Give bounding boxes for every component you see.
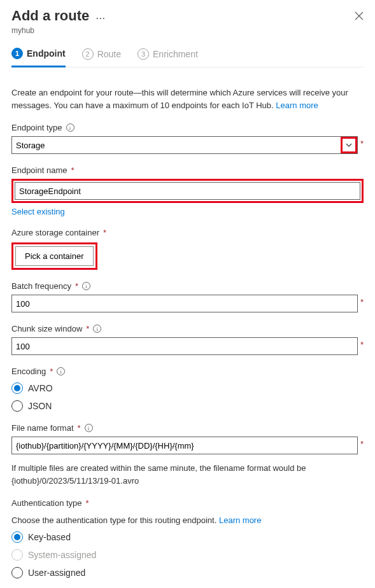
info-icon[interactable]: i <box>93 325 101 333</box>
select-existing-link[interactable]: Select existing <box>11 207 65 216</box>
required-marker: * <box>86 324 89 333</box>
batch-frequency-label: Batch frequency <box>11 281 71 291</box>
auth-key-based-radio[interactable] <box>11 531 23 543</box>
page-title: Add a route <box>11 8 89 24</box>
learn-more-link[interactable]: Learn more <box>276 101 318 110</box>
step-number-icon: 2 <box>82 48 94 60</box>
close-icon[interactable] <box>355 8 364 24</box>
radio-label: System-assigned <box>28 550 96 560</box>
encoding-json-radio[interactable] <box>11 400 23 412</box>
encoding-avro-radio[interactable] <box>11 382 23 394</box>
step-number-icon: 1 <box>11 48 23 59</box>
container-label: Azure storage container <box>11 228 99 237</box>
radio-label: User-assigned <box>28 568 85 578</box>
auth-user-assigned-radio[interactable] <box>11 567 23 578</box>
required-marker: * <box>360 439 364 449</box>
chunk-size-label: Chunk size window <box>11 324 82 333</box>
step-label: Enrichment <box>153 49 198 59</box>
hub-name: myhub <box>11 26 364 35</box>
pick-container-button[interactable]: Pick a container <box>15 246 94 266</box>
required-marker: * <box>71 165 74 175</box>
encoding-label: Encoding <box>11 367 46 376</box>
filename-note: If multiple files are created within the… <box>11 462 364 487</box>
required-marker: * <box>75 281 78 291</box>
info-icon[interactable]: i <box>57 367 65 375</box>
radio-label: Key-based <box>28 532 71 542</box>
step-number-icon: 3 <box>138 48 149 60</box>
info-icon[interactable]: i <box>85 424 93 432</box>
endpoint-name-label: Endpoint name <box>11 165 67 175</box>
chunk-size-input[interactable] <box>11 337 358 355</box>
step-label: Endpoint <box>27 48 66 59</box>
required-marker: * <box>50 367 53 376</box>
required-marker: * <box>360 297 364 307</box>
auth-note: Choose the authentication type for this … <box>11 515 364 525</box>
auth-system-assigned-radio <box>11 549 23 561</box>
endpoint-name-input[interactable] <box>15 182 360 200</box>
required-marker: * <box>360 139 364 148</box>
filename-format-label: File name format <box>11 423 74 433</box>
required-marker: * <box>360 340 364 349</box>
step-endpoint[interactable]: 1 Endpoint <box>11 48 66 67</box>
endpoint-type-label: Endpoint type <box>11 123 62 132</box>
info-icon[interactable]: i <box>66 123 74 132</box>
required-marker: * <box>86 498 89 508</box>
required-marker: * <box>103 228 106 237</box>
batch-frequency-input[interactable] <box>11 295 358 312</box>
intro-text: Create an endpoint for your route—this w… <box>11 87 364 111</box>
step-label: Route <box>97 49 121 59</box>
radio-label: AVRO <box>28 383 53 393</box>
step-route[interactable]: 2 Route <box>82 48 121 67</box>
filename-format-input[interactable] <box>11 437 358 454</box>
step-enrichment[interactable]: 3 Enrichment <box>138 48 198 67</box>
endpoint-type-select[interactable]: Storage <box>11 136 358 154</box>
auth-type-label: Authentication type <box>11 498 82 508</box>
radio-label: JSON <box>28 401 52 411</box>
wizard-steps: 1 Endpoint 2 Route 3 Enrichment <box>11 48 364 67</box>
required-marker: * <box>78 423 81 433</box>
more-icon[interactable]: ··· <box>96 8 105 25</box>
auth-learn-more-link[interactable]: Learn more <box>219 515 261 525</box>
info-icon[interactable]: i <box>82 282 90 290</box>
